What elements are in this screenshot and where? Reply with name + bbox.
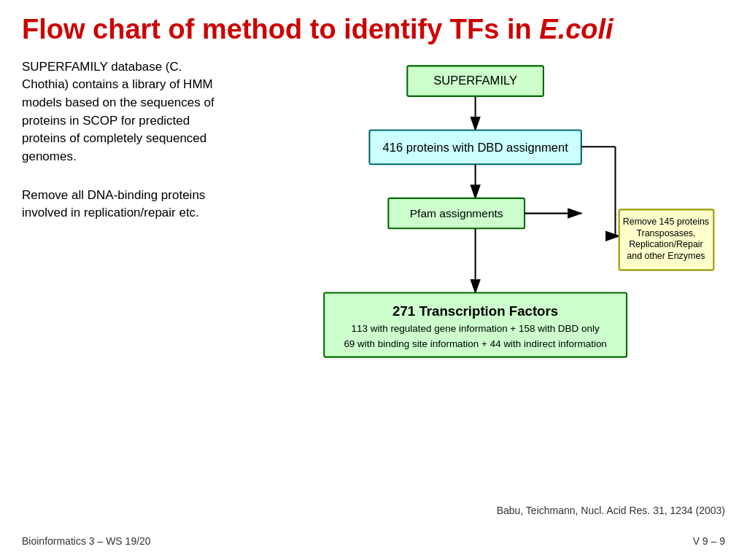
svg-text:Replication/Repair: Replication/Repair: [629, 239, 703, 249]
page: Flow chart of method to identify TFs in …: [0, 0, 747, 560]
svg-text:113 with regulated gene inform: 113 with regulated gene information + 15…: [351, 323, 600, 334]
page-title: Flow chart of method to identify TFs in …: [22, 15, 725, 45]
svg-text:SUPERFAMILY: SUPERFAMILY: [433, 74, 517, 88]
svg-text:271 Transcription Factors: 271 Transcription Factors: [392, 303, 558, 318]
content-area: SUPERFAMILY database (C. Chothia) contai…: [22, 58, 725, 467]
flowchart-area: SUPERFAMILY 416 proteins with DBD assign…: [241, 58, 725, 467]
svg-text:and other Enzymes: and other Enzymes: [627, 251, 705, 261]
svg-text:416 proteins with DBD assignme: 416 proteins with DBD assignment: [382, 140, 568, 154]
paragraph-1: SUPERFAMILY database (C. Chothia) contai…: [22, 58, 226, 166]
svg-text:69 with binding site informati: 69 with binding site information + 44 wi…: [344, 338, 606, 349]
footer: Bioinformatics 3 – WS 19/20 V 9 – 9: [22, 535, 725, 547]
paragraph-2: Remove all DNA-binding proteins involved…: [22, 187, 226, 222]
svg-text:Transposases,: Transposases,: [636, 228, 695, 238]
footer-right: V 9 – 9: [693, 535, 725, 547]
svg-text:Pfam assignments: Pfam assignments: [410, 207, 503, 219]
svg-text:Remove 145 proteins: Remove 145 proteins: [623, 217, 709, 227]
footer-left: Bioinformatics 3 – WS 19/20: [22, 535, 151, 547]
citation: Babu, Teichmann, Nucl. Acid Res. 31, 123…: [497, 505, 725, 516]
left-text-block: SUPERFAMILY database (C. Chothia) contai…: [22, 58, 226, 467]
flowchart-svg: SUPERFAMILY 416 proteins with DBD assign…: [241, 58, 725, 467]
